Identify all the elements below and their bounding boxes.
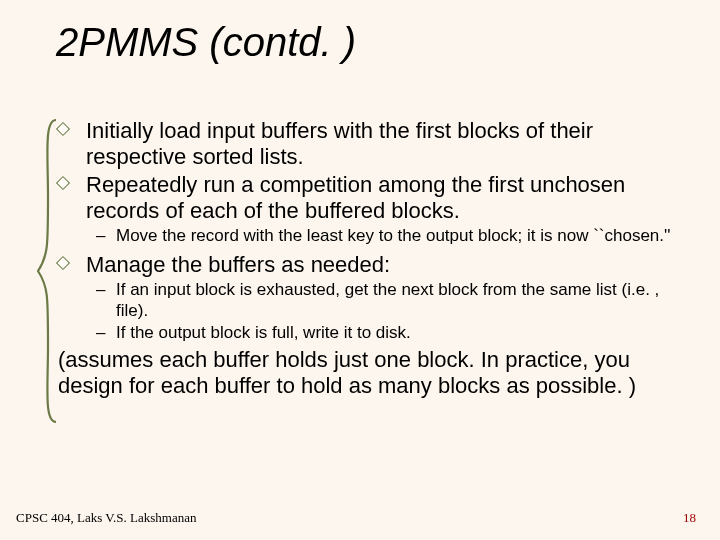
- sub-bullet-text: Move the record with the least key to th…: [116, 226, 671, 246]
- sub-bullet-item: – If an input block is exhausted, get th…: [96, 280, 678, 321]
- bullet-item: Manage the buffers as needed:: [58, 252, 678, 278]
- bullet-text: Manage the buffers as needed:: [86, 252, 390, 278]
- slide-body: Initially load input buffers with the fi…: [58, 118, 678, 399]
- dash-bullet-icon: –: [96, 323, 116, 343]
- sub-bullet-item: – Move the record with the least key to …: [96, 226, 678, 246]
- diamond-bullet-icon: [58, 172, 86, 188]
- bullet-text: Initially load input buffers with the fi…: [86, 118, 678, 170]
- dash-bullet-icon: –: [96, 280, 116, 300]
- bullet-item: Initially load input buffers with the fi…: [58, 118, 678, 170]
- sub-bullet-item: – If the output block is full, write it …: [96, 323, 678, 343]
- bullet-text: Repeatedly run a competition among the f…: [86, 172, 678, 224]
- diamond-bullet-icon: [58, 118, 86, 134]
- footer-course-author: CPSC 404, Laks V.S. Lakshmanan: [16, 510, 196, 526]
- slide-title: 2PMMS (contd. ): [56, 20, 356, 65]
- sub-bullet-text: If the output block is full, write it to…: [116, 323, 411, 343]
- slide-number: 18: [683, 510, 696, 526]
- bullet-item: Repeatedly run a competition among the f…: [58, 172, 678, 224]
- dash-bullet-icon: –: [96, 226, 116, 246]
- sub-bullet-text: If an input block is exhausted, get the …: [116, 280, 678, 321]
- paren-note: (assumes each buffer holds just one bloc…: [58, 347, 678, 399]
- diamond-bullet-icon: [58, 252, 86, 268]
